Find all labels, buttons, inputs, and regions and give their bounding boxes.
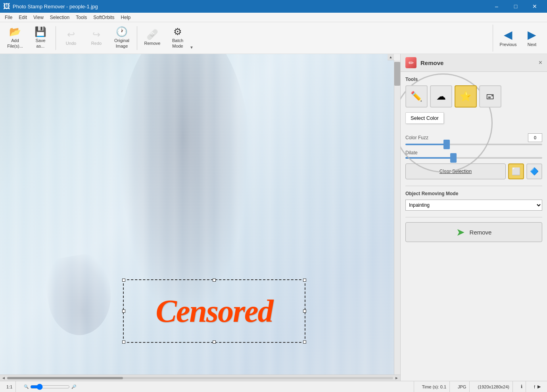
app-icon: 🖼 xyxy=(3,2,10,11)
dimensions-label: (1920x1280x24) xyxy=(478,384,509,389)
batch-mode-button[interactable]: ⚙ BatchMode xyxy=(166,25,190,52)
brush-tool-button[interactable]: ☁ xyxy=(430,85,452,108)
vertical-scrollbar[interactable] xyxy=(394,60,400,375)
tools-section-label: Tools xyxy=(405,77,542,82)
menu-help[interactable]: Help xyxy=(118,14,134,21)
toolbar: 📂 AddFile(s)... 💾 Saveas... ↩ Undo ↪ Red… xyxy=(0,22,547,54)
original-image-button[interactable]: 🕐 OriginalImage xyxy=(110,25,134,52)
toolbox-icon: ✏ xyxy=(405,57,416,68)
right-panel: ✏ Remove × Tools ✏️ ☁ xyxy=(400,54,547,381)
inpainting-select[interactable]: Inpainting xyxy=(405,200,542,211)
dilate-track[interactable] xyxy=(405,157,542,159)
menu-softorbits[interactable]: SoftOrbits xyxy=(90,14,117,21)
color-fuzz-value: 0 xyxy=(534,135,536,140)
remove-button-toolbar[interactable]: 🩹 Remove xyxy=(140,25,164,52)
object-removing-label: Object Removing Mode xyxy=(405,191,542,196)
freehand-select-icon: 🔷 xyxy=(530,167,539,176)
undo-label: Undo xyxy=(66,41,76,46)
info-icon: ℹ xyxy=(521,384,522,389)
dilate-thumb[interactable] xyxy=(450,153,457,163)
zoom-label: 1:1 xyxy=(6,384,12,389)
batch-mode-label: BatchMode xyxy=(172,38,183,48)
next-button[interactable]: ▶ Next xyxy=(520,25,544,52)
rect-select-icon: ⬜ xyxy=(512,167,520,176)
redo-button[interactable]: ↪ Redo xyxy=(84,25,108,52)
menu-file[interactable]: File xyxy=(2,14,15,21)
selection-controls: Clear Selection ⬜ 🔷 xyxy=(405,163,542,179)
eraser-icon: ✏ xyxy=(409,59,414,67)
color-fuzz-value-box[interactable]: 0 xyxy=(528,133,542,142)
maximize-button[interactable]: □ xyxy=(507,0,525,13)
original-image-icon: 🕐 xyxy=(116,27,128,37)
menu-edit[interactable]: Edit xyxy=(15,14,30,21)
close-button[interactable]: ✕ xyxy=(526,0,544,13)
toolbox-header: ✏ Remove × xyxy=(401,54,547,72)
sel-freehand-icon-button[interactable]: 🔷 xyxy=(526,163,542,179)
separator-2 xyxy=(137,26,137,50)
format-label: JPG xyxy=(458,384,466,389)
next-arrow-icon: ▶ xyxy=(528,29,536,40)
clear-selection-button[interactable]: Clear Selection xyxy=(405,163,506,179)
facebook-icon[interactable]: f xyxy=(534,384,535,389)
scroll-thumb-h[interactable] xyxy=(7,377,123,379)
menu-bar: File Edit View Selection Tools SoftOrbit… xyxy=(0,13,547,22)
remove-action-button[interactable]: ➤ Remove xyxy=(405,222,542,242)
remove-arrow-icon: ➤ xyxy=(456,226,465,238)
format-segment: JPG xyxy=(455,381,470,392)
dropdown-row: Inpainting xyxy=(405,200,542,211)
tools-section: ✏️ ☁ ⭐ 🖃 Select Color xyxy=(405,85,542,127)
magic-wand-tool-button[interactable]: ⭐ xyxy=(455,85,477,108)
divider xyxy=(405,186,542,186)
menu-tools[interactable]: Tools xyxy=(73,14,90,21)
undo-icon: ↩ xyxy=(67,30,75,39)
color-fuzz-thumb[interactable] xyxy=(443,140,450,149)
info-segment[interactable]: ℹ xyxy=(518,381,526,392)
add-files-button[interactable]: 📂 AddFile(s)... xyxy=(3,25,27,52)
title-bar: 🖼 Photo Stamp Remover - people-1.jpg – □… xyxy=(0,0,547,13)
divider-2 xyxy=(405,217,542,217)
remove-action-label: Remove xyxy=(470,229,492,236)
minimize-button[interactable]: – xyxy=(488,0,506,13)
batch-dropdown-arrow[interactable]: ▼ xyxy=(190,45,194,50)
texture-overlay xyxy=(0,54,394,375)
scroll-left-arrow[interactable]: ◄ xyxy=(2,376,6,380)
toolbox-body: Tools ✏️ ☁ ⭐ 🖃 xyxy=(401,72,547,247)
scroll-right-arrow[interactable]: ► xyxy=(395,376,399,380)
add-files-label: AddFile(s)... xyxy=(7,38,23,48)
zoom-min-icon: 🔍 xyxy=(24,384,29,389)
select-color-tooltip: Select Color xyxy=(405,112,444,124)
save-as-button[interactable]: 💾 Saveas... xyxy=(29,25,52,52)
window-title: Photo Stamp Remover - people-1.jpg xyxy=(13,4,98,10)
zoom-segment: 1:1 xyxy=(3,381,16,392)
stamp-tool-button[interactable]: 🖃 xyxy=(479,85,501,108)
canvas-image[interactable]: Censored xyxy=(0,54,394,375)
dimensions-segment: (1920x1280x24) xyxy=(474,381,513,392)
clear-selection-label: Clear Selection xyxy=(440,169,472,174)
save-as-label: Saveas... xyxy=(35,38,45,48)
save-as-icon: 💾 xyxy=(35,27,46,37)
color-fuzz-label: Color Fuzz xyxy=(405,135,428,140)
scroll-up-arrow[interactable]: ▲ xyxy=(388,54,394,60)
color-fuzz-row: Color Fuzz 0 xyxy=(405,133,542,145)
color-fuzz-fill xyxy=(405,144,447,145)
canvas-inner: ▲ Censored xyxy=(0,54,400,375)
undo-button[interactable]: ↩ Undo xyxy=(59,25,83,52)
color-fuzz-track[interactable] xyxy=(405,144,542,145)
toolbox-close-button[interactable]: × xyxy=(539,59,542,66)
horizontal-scrollbar[interactable]: ◄ ► xyxy=(0,375,400,381)
social-segment: f ▶ xyxy=(531,381,544,392)
batch-mode-icon: ⚙ xyxy=(173,27,182,37)
zoom-slider-segment[interactable]: 🔍 🔎 xyxy=(21,381,414,392)
remove-toolbar-icon: 🩹 xyxy=(146,30,158,39)
scroll-track-h xyxy=(7,377,393,379)
pencil-tool-button[interactable]: ✏️ xyxy=(405,85,428,108)
menu-selection[interactable]: Selection xyxy=(47,14,73,21)
separator-1 xyxy=(56,26,56,50)
youtube-icon[interactable]: ▶ xyxy=(537,384,541,389)
toolbox: ✏ Remove × Tools ✏️ ☁ xyxy=(401,54,547,381)
menu-view[interactable]: View xyxy=(30,14,47,21)
zoom-slider[interactable] xyxy=(30,384,70,390)
sel-rect-icon-button[interactable]: ⬜ xyxy=(508,163,524,179)
previous-button[interactable]: ◀ Previous xyxy=(496,25,520,52)
time-segment: Time (s): 0.1 xyxy=(419,381,450,392)
